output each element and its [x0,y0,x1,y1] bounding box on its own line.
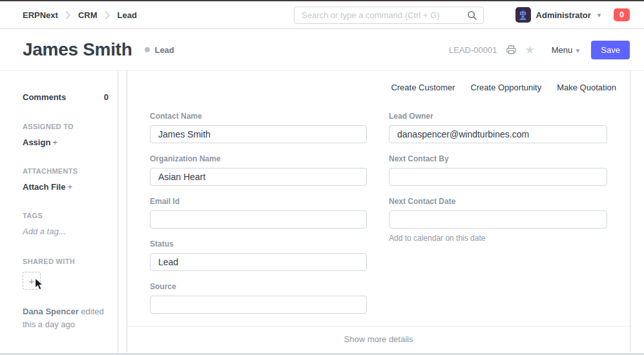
status-label: Lead [154,45,174,55]
chevron-down-icon: ▾ [576,46,580,54]
make-quotation-button[interactable]: Make Quotation [557,83,616,92]
search-input[interactable] [302,10,467,20]
status-select[interactable]: Lead [150,253,367,271]
user-dropdown[interactable]: Administrator ▾ [515,7,601,23]
field-lead-owner: Lead Owner danaspencer@windturbines.com [389,112,607,143]
chevron-down-icon: ▾ [597,11,601,19]
chevron-right-icon [105,11,110,19]
robot-icon [518,10,528,20]
create-opportunity-button[interactable]: Create Opportunity [470,83,541,92]
attach-file-button[interactable]: Attach File+ [23,182,111,192]
form-column-right: Lead Owner danaspencer@windturbines.com … [389,112,607,325]
recent-activity: Dana Spencer edited this a day ago [23,305,114,331]
chevron-right-icon [65,11,71,19]
organization-name-input[interactable]: Asian Heart [150,168,367,186]
breadcrumb: ERPNext CRM Lead [23,10,137,20]
user-avatar [515,7,531,23]
field-contact-name: Contact Name James Smith [150,112,367,143]
search-icon [467,10,477,21]
form-actions: Create Customer Create Opportunity Make … [127,71,630,100]
activity-user: Dana Spencer [23,307,79,316]
page-header: James Smith Lead LEAD-00001 ★ Menu ▾ Sav… [0,29,644,71]
form-grid: Contact Name James Smith Organization Na… [127,112,630,325]
menu-button[interactable]: Menu ▾ [552,45,580,55]
page-title: James Smith [23,39,132,60]
comments-count: 0 [104,92,109,102]
show-more-details-button[interactable]: Show more details [127,326,630,352]
field-source: Source [150,282,367,314]
next-contact-date-input[interactable] [389,210,607,228]
sidebar-item-comments[interactable]: Comments 0 [23,92,109,102]
field-label: Organization Name [150,154,367,163]
field-label: Contact Name [150,112,367,121]
document-id: LEAD-00001 [449,45,497,55]
breadcrumb-crm[interactable]: CRM [78,10,98,20]
add-tag-input[interactable]: Add a tag... [23,227,111,236]
field-next-contact-by: Next Contact By [389,154,607,186]
star-icon[interactable]: ★ [525,45,534,56]
field-label: Next Contact By [389,154,607,163]
notification-badge[interactable]: 0 [614,8,630,21]
field-label: Next Contact Date [389,197,607,206]
form-sidebar: Comments 0 ASSIGNED TO Assign+ ATTACHMEN… [0,71,118,354]
plus-icon: + [67,182,72,192]
field-organization-name: Organization Name Asian Heart [150,154,367,186]
status-dot-icon [145,47,150,52]
attachments-heading: ATTACHMENTS [23,167,111,175]
form-card: Create Customer Create Opportunity Make … [127,71,630,352]
print-icon[interactable] [506,45,517,55]
lead-owner-input[interactable]: danaspencer@windturbines.com [389,125,607,143]
navbar: ERPNext CRM Lead [0,1,644,29]
next-contact-by-input[interactable] [389,168,607,186]
form-main-section: Create Customer Create Opportunity Make … [118,71,644,354]
field-help-text: Add to calendar on this date [389,234,607,243]
field-next-contact-date: Next Contact Date Add to calendar on thi… [389,197,607,243]
page-header-actions: LEAD-00001 ★ Menu ▾ Save [449,41,630,59]
breadcrumb-erpnext[interactable]: ERPNext [23,10,58,20]
field-label: Status [150,239,367,249]
status-indicator: Lead [145,45,174,55]
field-email-id: Email Id [150,197,367,228]
tags-heading: TAGS [23,212,111,219]
source-select[interactable] [150,296,367,314]
user-name: Administrator [536,10,591,20]
breadcrumb-lead[interactable]: Lead [118,10,137,20]
field-status: Status Lead [150,239,367,271]
create-customer-button[interactable]: Create Customer [391,83,455,92]
global-search [294,6,484,24]
email-id-input[interactable] [150,210,367,228]
share-add-button[interactable]: + [23,272,41,290]
field-label: Lead Owner [389,112,607,121]
contact-name-input[interactable]: James Smith [150,125,367,143]
content-area: Comments 0 ASSIGNED TO Assign+ ATTACHMEN… [0,71,644,354]
save-button[interactable]: Save [591,41,630,59]
assign-button[interactable]: Assign+ [23,137,111,147]
form-column-left: Contact Name James Smith Organization Na… [150,112,367,325]
mouse-cursor-icon [34,278,45,294]
shared-with-heading: SHARED WITH [23,258,111,265]
comments-label: Comments [23,92,66,102]
navbar-right: Administrator ▾ 0 [515,7,630,23]
field-label: Email Id [150,197,367,206]
field-label: Source [150,282,367,291]
plus-icon: + [52,137,57,147]
assigned-to-heading: ASSIGNED TO [23,123,111,130]
